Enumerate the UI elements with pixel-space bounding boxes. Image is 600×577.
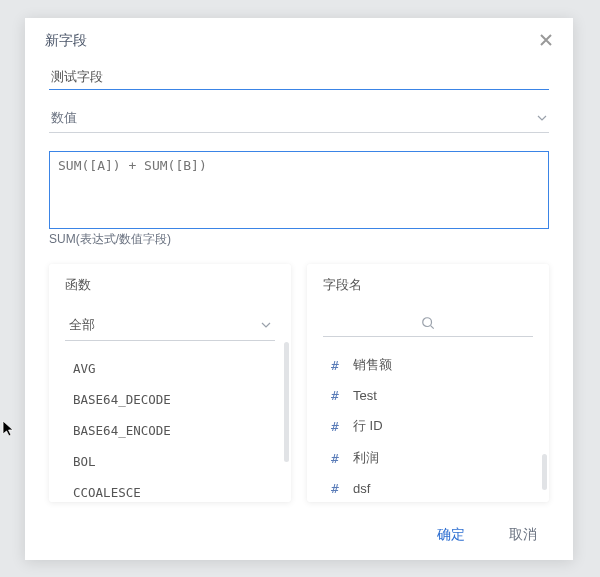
- field-search-input[interactable]: [323, 312, 533, 337]
- field-item[interactable]: # Test: [329, 381, 537, 410]
- function-item[interactable]: BASE64_ENCODE: [71, 415, 279, 446]
- field-item[interactable]: # 利润: [329, 442, 537, 474]
- function-item[interactable]: BASE64_DECODE: [71, 384, 279, 415]
- modal-header: 新字段: [25, 18, 573, 60]
- chevron-down-icon: [261, 322, 271, 328]
- field-type-select[interactable]: 数值: [49, 104, 549, 133]
- field-label: 行 ID: [353, 417, 383, 435]
- svg-point-0: [423, 318, 432, 327]
- close-icon: [539, 33, 553, 47]
- field-label: 销售额: [353, 356, 392, 374]
- modal-body: 数值 SUM(表达式/数值字段) 函数 全部: [25, 60, 573, 512]
- modal-title: 新字段: [45, 32, 87, 50]
- field-label: 利润: [353, 449, 379, 467]
- new-field-modal: 新字段 数值 SUM(表达式/数值字段) 函数: [25, 18, 573, 560]
- field-item[interactable]: # 行 ID: [329, 410, 537, 442]
- function-item[interactable]: CCOALESCE: [71, 477, 279, 502]
- number-icon: #: [331, 358, 343, 373]
- functions-panel: 函数 全部 AVG BASE64_DECODE BASE64_ENCODE BO…: [49, 264, 291, 502]
- field-item[interactable]: # dsf: [329, 474, 537, 502]
- functions-panel-title: 函数: [49, 264, 291, 300]
- field-label: Test: [353, 388, 377, 403]
- field-list: # 销售额 # Test # 行 ID # 利润: [307, 349, 549, 502]
- mouse-cursor: [2, 420, 16, 438]
- field-label: dsf: [353, 481, 370, 496]
- field-item[interactable]: # 销售额: [329, 349, 537, 381]
- number-icon: #: [331, 419, 343, 434]
- number-icon: #: [331, 481, 343, 496]
- number-icon: #: [331, 451, 343, 466]
- function-category-select[interactable]: 全部: [65, 312, 275, 341]
- close-button[interactable]: [539, 32, 553, 50]
- fields-panel-title: 字段名: [307, 264, 549, 300]
- expression-hint: SUM(表达式/数值字段): [49, 231, 549, 248]
- cancel-button[interactable]: 取消: [509, 526, 537, 544]
- field-type-value: 数值: [51, 109, 77, 127]
- function-item[interactable]: AVG: [71, 353, 279, 384]
- field-name-input[interactable]: [49, 64, 549, 90]
- search-icon: [421, 316, 435, 330]
- function-item[interactable]: BOL: [71, 446, 279, 477]
- function-category-value: 全部: [69, 316, 95, 334]
- expression-textarea[interactable]: [49, 151, 549, 229]
- function-list: AVG BASE64_DECODE BASE64_ENCODE BOL CCOA…: [49, 353, 291, 502]
- number-icon: #: [331, 388, 343, 403]
- fields-panel: 字段名 # 销售额 #: [307, 264, 549, 502]
- modal-footer: 确定 取消: [25, 512, 573, 560]
- confirm-button[interactable]: 确定: [437, 526, 465, 544]
- chevron-down-icon: [537, 115, 547, 121]
